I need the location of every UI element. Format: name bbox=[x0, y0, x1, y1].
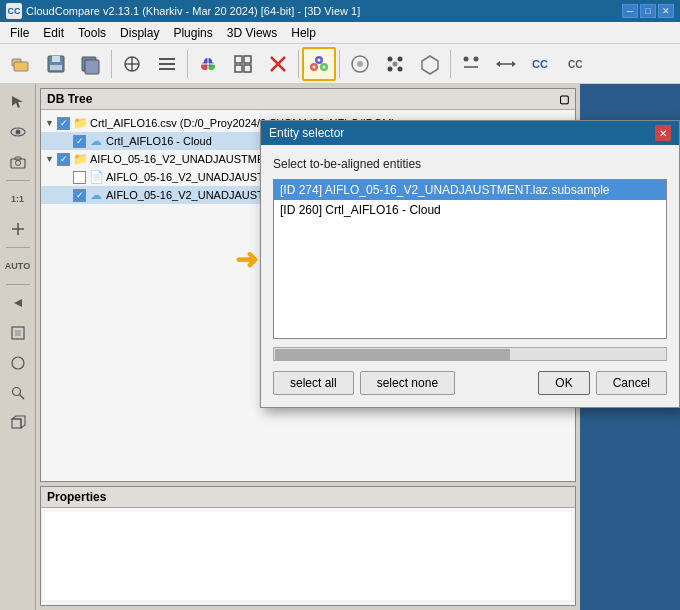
tree-checkbox[interactable]: ✓ bbox=[57, 117, 70, 130]
file-icon: 📄 bbox=[88, 170, 104, 184]
dialog-instruction: Select to-be-aligned entities bbox=[273, 157, 667, 171]
tree-checkbox[interactable]: ✓ bbox=[73, 189, 86, 202]
svg-rect-19 bbox=[244, 56, 251, 63]
plugin2-button[interactable] bbox=[378, 47, 412, 81]
dialog-body: Select to-be-aligned entities ➜ [ID 274]… bbox=[261, 145, 679, 407]
svg-rect-56 bbox=[15, 330, 21, 336]
db-tree-title: DB Tree bbox=[47, 92, 92, 106]
horizontal-scrollbar[interactable] bbox=[273, 347, 667, 361]
main-toolbar: CC CC bbox=[0, 44, 680, 84]
svg-rect-60 bbox=[12, 419, 21, 428]
select-all-button[interactable]: select all bbox=[273, 371, 354, 395]
info-button[interactable] bbox=[454, 47, 488, 81]
svg-rect-18 bbox=[235, 56, 242, 63]
svg-marker-42 bbox=[512, 61, 516, 67]
plugin3-button[interactable] bbox=[413, 47, 447, 81]
subsample-button[interactable] bbox=[226, 47, 260, 81]
register-button[interactable] bbox=[302, 47, 336, 81]
left-toolbar: 1:1 AUTO bbox=[0, 84, 36, 610]
list-item[interactable]: [ID 274] AIFLO_05-16_V2_UNADJAUSTMENT.la… bbox=[274, 180, 666, 200]
menu-plugins[interactable]: Plugins bbox=[167, 24, 218, 42]
menu-edit[interactable]: Edit bbox=[37, 24, 70, 42]
transform-button[interactable]: CC bbox=[524, 47, 558, 81]
dialog-title: Entity selector bbox=[269, 126, 344, 140]
list-container: ➜ [ID 274] AIFLO_05-16_V2_UNADJAUSTMENT.… bbox=[273, 179, 667, 339]
separator-2 bbox=[187, 50, 188, 78]
dialog-close-button[interactable]: ✕ bbox=[655, 125, 671, 141]
ok-button[interactable]: OK bbox=[538, 371, 589, 395]
sample-button[interactable] bbox=[115, 47, 149, 81]
close-button[interactable]: ✕ bbox=[658, 4, 674, 18]
svg-point-57 bbox=[12, 357, 24, 369]
db-tree-header: DB Tree ▢ bbox=[41, 89, 575, 110]
svg-point-39 bbox=[474, 56, 479, 61]
tree-arrow bbox=[61, 172, 71, 182]
tree-checkbox[interactable]: ✓ bbox=[73, 135, 86, 148]
menu-tools[interactable]: Tools bbox=[72, 24, 112, 42]
auto-tool[interactable]: AUTO bbox=[4, 252, 32, 280]
delete-button[interactable] bbox=[261, 47, 295, 81]
search-tool[interactable] bbox=[4, 379, 32, 407]
circle-tool[interactable] bbox=[4, 349, 32, 377]
layers-tool[interactable] bbox=[4, 319, 32, 347]
svg-rect-11 bbox=[159, 63, 175, 65]
svg-rect-12 bbox=[159, 68, 175, 70]
eye-tool[interactable] bbox=[4, 118, 32, 146]
scrollbar-thumb[interactable] bbox=[275, 349, 510, 361]
properties-title: Properties bbox=[47, 490, 106, 504]
arrows-button[interactable] bbox=[489, 47, 523, 81]
svg-marker-61 bbox=[12, 416, 25, 428]
svg-line-59 bbox=[19, 395, 24, 400]
scale-tool[interactable]: 1:1 bbox=[4, 185, 32, 213]
left-sep-2 bbox=[6, 247, 30, 248]
save-button[interactable] bbox=[39, 47, 73, 81]
svg-point-28 bbox=[323, 65, 326, 68]
svg-text:CC: CC bbox=[532, 58, 548, 70]
svg-point-38 bbox=[464, 56, 469, 61]
svg-point-32 bbox=[388, 56, 393, 61]
svg-marker-43 bbox=[496, 61, 500, 67]
separator-1 bbox=[111, 50, 112, 78]
svg-point-27 bbox=[313, 65, 316, 68]
separator-5 bbox=[450, 50, 451, 78]
svg-rect-6 bbox=[85, 60, 99, 74]
entity-selector-dialog: Entity selector ✕ Select to-be-aligned e… bbox=[260, 120, 680, 408]
menu-file[interactable]: File bbox=[4, 24, 35, 42]
menu-3dviews[interactable]: 3D Views bbox=[221, 24, 283, 42]
svg-rect-4 bbox=[50, 65, 62, 70]
maximize-button[interactable]: □ bbox=[640, 4, 656, 18]
add-cloud-button[interactable] bbox=[191, 47, 225, 81]
cursor-tool[interactable] bbox=[4, 88, 32, 116]
tree-arrow: ▼ bbox=[45, 118, 55, 128]
list-button[interactable] bbox=[150, 47, 184, 81]
minimize-button[interactable]: ─ bbox=[622, 4, 638, 18]
properties-header: Properties bbox=[41, 487, 575, 508]
select-none-button[interactable]: select none bbox=[360, 371, 455, 395]
tree-checkbox[interactable]: ✓ bbox=[57, 153, 70, 166]
svg-point-58 bbox=[12, 388, 20, 396]
properties-panel: Properties bbox=[40, 486, 576, 606]
save-all-button[interactable] bbox=[74, 47, 108, 81]
left-sep-1 bbox=[6, 180, 30, 181]
open-file-button[interactable] bbox=[4, 47, 38, 81]
zoom-in-tool[interactable] bbox=[4, 215, 32, 243]
svg-rect-10 bbox=[159, 58, 175, 60]
svg-rect-20 bbox=[235, 65, 242, 72]
menu-display[interactable]: Display bbox=[114, 24, 165, 42]
box3d-tool[interactable] bbox=[4, 409, 32, 437]
db-tree-maximize[interactable]: ▢ bbox=[559, 93, 569, 106]
entity-list[interactable]: [ID 274] AIFLO_05-16_V2_UNADJAUSTMENT.la… bbox=[273, 179, 667, 339]
svg-point-48 bbox=[15, 130, 20, 135]
dialog-title-bar: Entity selector ✕ bbox=[261, 121, 679, 145]
cancel-button[interactable]: Cancel bbox=[596, 371, 667, 395]
plugin1-button[interactable] bbox=[343, 47, 377, 81]
tree-item-label: Crtl_AIFLO16 - Cloud bbox=[106, 135, 212, 147]
camera-tool[interactable] bbox=[4, 148, 32, 176]
list-item[interactable]: [ID 260] Crtl_AIFLO16 - Cloud bbox=[274, 200, 666, 220]
arrow-left-tool[interactable] bbox=[4, 289, 32, 317]
cc-logo-button[interactable]: CC bbox=[559, 47, 593, 81]
tree-arrow bbox=[61, 136, 71, 146]
menu-bar: File Edit Tools Display Plugins 3D Views… bbox=[0, 22, 680, 44]
tree-checkbox[interactable] bbox=[73, 171, 86, 184]
menu-help[interactable]: Help bbox=[285, 24, 322, 42]
